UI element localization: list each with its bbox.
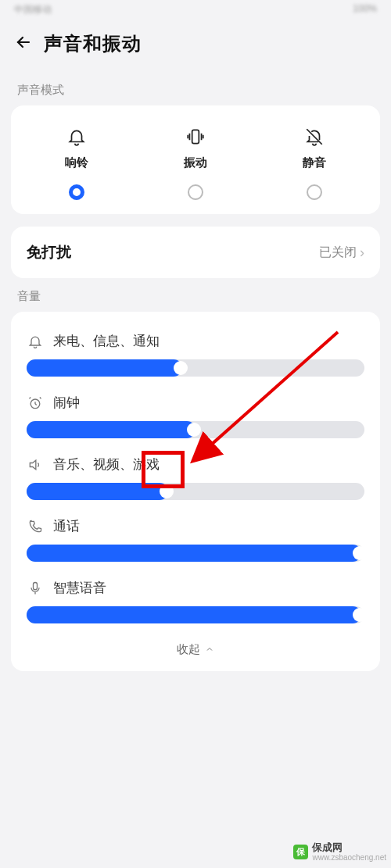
- volume-card: 来电、信息、通知 闹钟 音乐、视频、游戏: [11, 312, 380, 671]
- slider-call[interactable]: [27, 545, 364, 562]
- status-right: 100%: [353, 3, 377, 19]
- dnd-title: 免打扰: [27, 242, 71, 263]
- annotation-highlight-box: [142, 451, 185, 488]
- collapse-label: 收起: [177, 642, 200, 657]
- volume-row-alarm: 闹钟: [27, 380, 364, 441]
- radio-ring[interactable]: [69, 184, 84, 200]
- bell-outline-icon: [27, 334, 44, 349]
- mode-item-vibrate[interactable]: 振动: [136, 126, 255, 200]
- vibrate-icon: [185, 126, 206, 148]
- watermark: 保 保成网 www.zsbaocheng.net: [293, 842, 386, 862]
- status-left: 中国移动: [14, 3, 52, 19]
- watermark-brand: 保成网: [312, 842, 386, 853]
- chevron-right-icon: ›: [360, 245, 364, 261]
- watermark-badge-icon: 保: [293, 845, 308, 859]
- collapse-row[interactable]: 收起: [27, 627, 364, 666]
- mic-icon: [27, 580, 44, 596]
- mode-label-vibrate: 振动: [184, 155, 207, 170]
- volume-label-alarm: 闹钟: [53, 394, 80, 412]
- volume-row-call: 通话: [27, 503, 364, 565]
- header: 声音和振动: [0, 22, 391, 72]
- speaker-icon: [27, 457, 44, 473]
- dnd-row[interactable]: 免打扰 已关闭 ›: [11, 227, 380, 278]
- mode-label-mute: 静音: [303, 155, 326, 170]
- volume-section-label: 音量: [0, 278, 391, 312]
- watermark-url: www.zsbaocheng.net: [312, 853, 386, 862]
- page-title: 声音和振动: [44, 31, 142, 56]
- radio-mute[interactable]: [307, 184, 322, 200]
- slider-media[interactable]: [27, 483, 364, 500]
- svg-rect-2: [34, 582, 38, 589]
- volume-label-ringtone: 来电、信息、通知: [53, 332, 160, 350]
- sound-mode-card: 响铃 振动 静音: [11, 105, 380, 214]
- slider-voice[interactable]: [27, 606, 364, 623]
- bell-off-icon: [303, 126, 325, 148]
- volume-label-voice: 智慧语音: [53, 579, 106, 597]
- slider-ringtone[interactable]: [27, 359, 364, 377]
- volume-row-ringtone: 来电、信息、通知: [27, 318, 364, 380]
- sound-mode-section-label: 声音模式: [0, 72, 391, 105]
- chevron-up-icon: [205, 643, 214, 656]
- volume-row-voice: 智慧语音: [27, 565, 364, 627]
- phone-icon: [27, 519, 44, 534]
- volume-label-call: 通话: [53, 517, 80, 535]
- volume-row-media: 音乐、视频、游戏: [27, 441, 364, 503]
- alarm-icon: [27, 395, 44, 411]
- mode-item-mute[interactable]: 静音: [255, 126, 374, 200]
- back-icon[interactable]: [14, 33, 33, 55]
- status-bar: 中国移动 100%: [0, 0, 391, 22]
- dnd-status: 已关闭: [319, 245, 357, 261]
- bell-icon: [66, 126, 88, 148]
- radio-vibrate[interactable]: [188, 184, 203, 200]
- mode-item-ring[interactable]: 响铃: [17, 126, 136, 200]
- slider-alarm[interactable]: [27, 421, 364, 438]
- mode-label-ring: 响铃: [65, 155, 88, 170]
- svg-rect-0: [192, 130, 199, 143]
